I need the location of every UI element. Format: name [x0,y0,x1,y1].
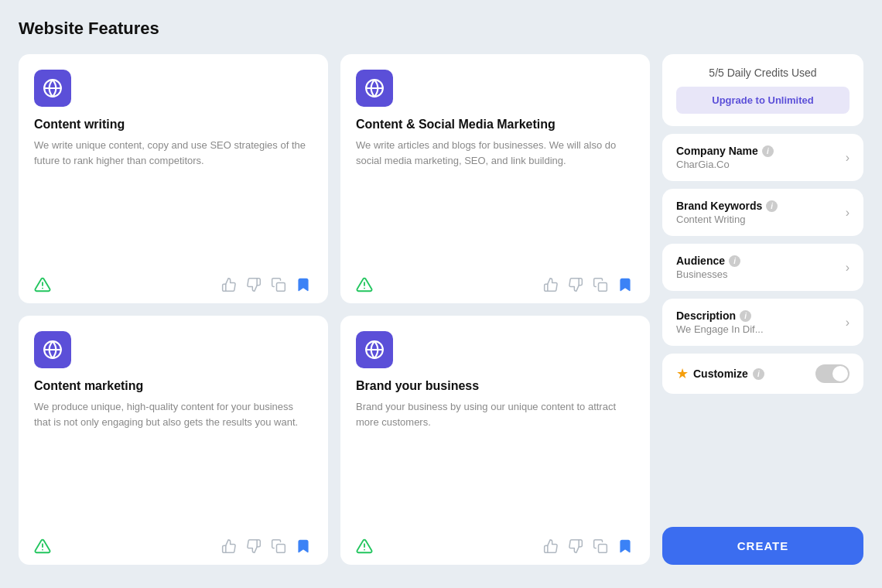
svg-rect-14 [277,545,285,553]
audience-label: Audience i [676,255,846,267]
company-name-value: CharGia.Co [676,159,846,170]
brand-keywords-chevron-icon: › [846,206,850,220]
customize-left: ★ Customize i [676,365,764,382]
card-title-0: Content writing [34,118,313,132]
bookmark-btn-1[interactable] [616,275,634,294]
customize-row: ★ Customize i [662,354,863,394]
description-item[interactable]: Description i We Engage In Dif... › [662,299,863,346]
bookmark-btn-2[interactable] [294,537,313,556]
customize-toggle[interactable] [815,364,850,383]
description-label: Description i [676,309,846,322]
card-actions-1 [356,275,634,294]
description-content: Description i We Engage In Dif... [676,309,846,335]
sidebar: 5/5 Daily Credits Used Upgrade to Unlimi… [662,54,863,565]
company-name-item[interactable]: Company Name i CharGia.Co › [662,134,863,181]
card-content-marketing: Content marketing We produce unique, hig… [19,316,328,565]
brand-keywords-info-icon[interactable]: i [766,200,778,212]
brand-keywords-label: Brand Keywords i [676,200,846,212]
audience-info-icon[interactable]: i [729,255,740,267]
company-name-info-icon[interactable]: i [762,145,774,157]
card-icon-content-social [356,70,393,107]
svg-rect-19 [599,545,607,553]
audience-chevron-icon: › [846,261,850,275]
thumbs-up-btn-2[interactable] [220,537,238,556]
card-brand-business: Brand your business Brand your business … [340,316,650,565]
card-actions-2 [34,537,313,556]
copy-btn-0[interactable] [269,275,288,294]
credits-card: 5/5 Daily Credits Used Upgrade to Unlimi… [662,54,863,126]
description-value: We Engage In Dif... [676,323,846,335]
thumbs-down-btn-1[interactable] [566,275,585,294]
bookmark-btn-3[interactable] [616,537,634,556]
star-icon: ★ [676,365,689,382]
card-title-1: Content & Social Media Marketing [356,118,634,132]
warn-icon-1[interactable] [356,276,373,293]
card-desc-1: We write articles and blogs for business… [356,138,634,265]
audience-content: Audience i Businesses [676,255,846,280]
company-name-label: Company Name i [676,145,846,157]
brand-keywords-value: Content Writing [676,214,846,225]
copy-btn-3[interactable] [591,537,610,556]
customize-info-icon[interactable]: i [753,368,764,380]
card-desc-3: Brand your business by using our unique … [356,399,634,526]
company-name-content: Company Name i CharGia.Co [676,145,846,170]
brand-keywords-item[interactable]: Brand Keywords i Content Writing › [662,189,863,236]
warn-icon-3[interactable] [356,538,373,555]
warn-icon-0[interactable] [34,276,51,293]
card-content-writing: Content writing We write unique content,… [19,54,328,303]
card-title-2: Content marketing [34,379,313,393]
cards-grid: Content writing We write unique content,… [19,54,650,565]
upgrade-button[interactable]: Upgrade to Unlimited [676,87,850,114]
credits-label: 5/5 Daily Credits Used [676,67,850,79]
thumbs-down-btn-3[interactable] [566,537,585,556]
description-chevron-icon: › [846,316,850,330]
svg-rect-4 [277,283,285,292]
card-desc-0: We write unique content, copy and use SE… [34,138,313,265]
card-icon-brand-business [356,331,393,368]
thumbs-down-btn-2[interactable] [244,537,263,556]
thumbs-down-btn-0[interactable] [244,275,263,294]
warn-icon-2[interactable] [34,538,51,555]
svg-rect-9 [599,283,607,292]
description-info-icon[interactable]: i [740,310,751,322]
card-title-3: Brand your business [356,379,634,393]
page-title: Website Features [19,19,863,39]
card-icon-content-marketing [34,331,71,368]
customize-label: Customize [693,368,748,380]
card-content-social: Content & Social Media Marketing We writ… [340,54,650,303]
card-desc-2: We produce unique, high-quality content … [34,399,313,526]
thumbs-up-btn-1[interactable] [542,275,560,294]
brand-keywords-content: Brand Keywords i Content Writing [676,200,846,225]
create-button[interactable]: CREATE [662,527,863,565]
bookmark-btn-0[interactable] [294,275,313,294]
company-name-chevron-icon: › [846,151,850,165]
copy-btn-1[interactable] [591,275,610,294]
audience-value: Businesses [676,268,846,280]
card-actions-3 [356,537,634,556]
thumbs-up-btn-0[interactable] [220,275,238,294]
thumbs-up-btn-3[interactable] [542,537,560,556]
customize-right [815,364,850,383]
card-icon-content-writing [34,70,71,107]
audience-item[interactable]: Audience i Businesses › [662,244,863,291]
copy-btn-2[interactable] [269,537,288,556]
card-actions-0 [34,275,313,294]
